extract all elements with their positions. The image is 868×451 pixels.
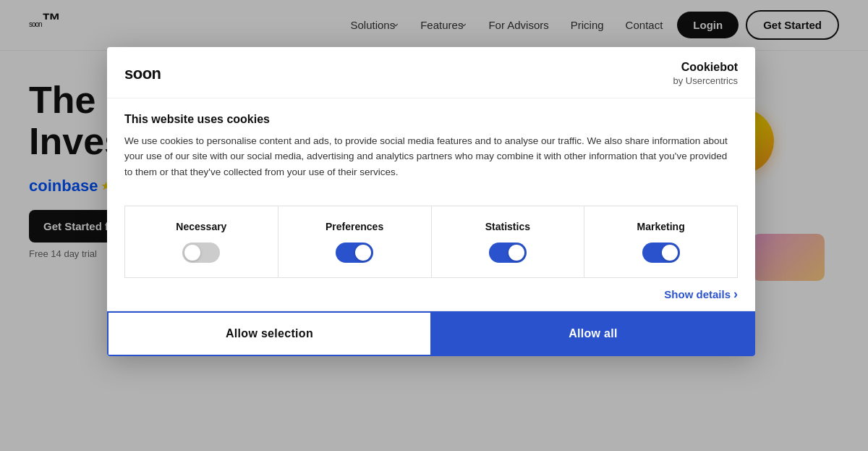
modal-description: We use cookies to personalise content an… — [124, 133, 738, 180]
allow-selection-button[interactable]: Allow selection — [107, 311, 431, 356]
category-marketing-label: Marketing — [637, 221, 685, 232]
cookie-consent-modal: soon Cookiebot by Usercentrics This webs… — [107, 47, 755, 356]
allow-all-button[interactable]: Allow all — [431, 311, 755, 356]
category-preferences: Preferences — [278, 206, 432, 278]
toggle-preferences[interactable] — [336, 243, 373, 263]
toggle-preferences-knob — [355, 245, 371, 261]
toggle-necessary-knob — [184, 245, 200, 261]
toggle-statistics-knob — [509, 245, 524, 261]
category-preferences-label: Preferences — [326, 221, 383, 232]
chevron-right-icon: › — [733, 287, 738, 302]
category-necessary: Necessary — [125, 206, 278, 278]
cookiebot-branding: Cookiebot by Usercentrics — [673, 60, 738, 88]
category-statistics-label: Statistics — [485, 221, 530, 232]
toggle-marketing-knob — [662, 245, 678, 261]
toggle-necessary[interactable] — [182, 243, 220, 263]
modal-header: soon Cookiebot by Usercentrics — [107, 47, 755, 98]
modal-logo: soon — [124, 64, 161, 83]
category-marketing: Marketing — [584, 206, 738, 278]
toggle-statistics[interactable] — [489, 243, 527, 263]
category-statistics: Statistics — [432, 206, 585, 278]
modal-title: This website uses cookies — [124, 113, 738, 126]
cookie-categories: Necessary Preferences Statistics Marketi… — [124, 206, 738, 278]
toggle-marketing[interactable] — [642, 243, 680, 263]
show-details-row: Show details › — [107, 278, 755, 311]
modal-body: This website uses cookies We use cookies… — [107, 98, 755, 195]
modal-actions: Allow selection Allow all — [107, 311, 755, 356]
category-necessary-label: Necessary — [176, 221, 226, 232]
show-details-link[interactable]: Show details — [664, 288, 731, 300]
